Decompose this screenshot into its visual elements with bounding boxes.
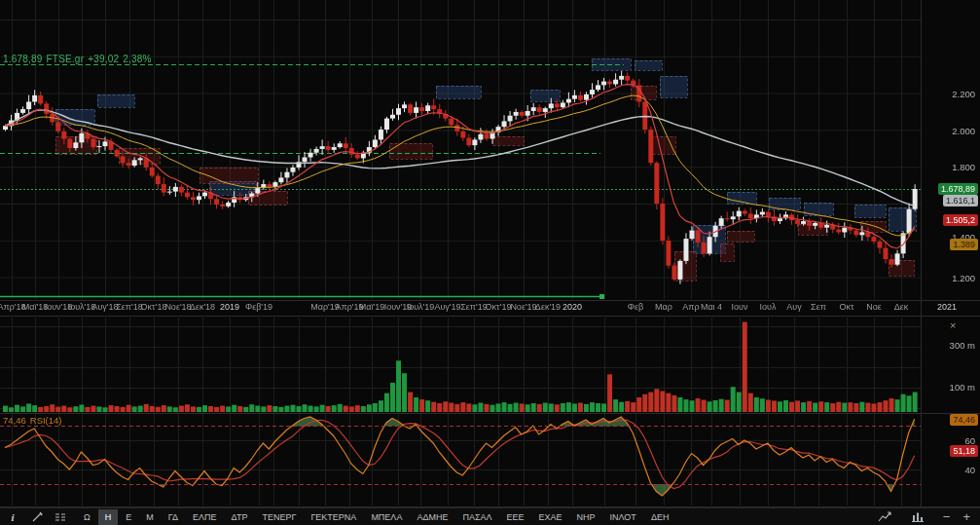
ticker-button-Μ[interactable]: Μ bbox=[139, 509, 161, 525]
time-axis-tick: Οκτ'19 bbox=[486, 302, 512, 312]
trend-chart-icon[interactable] bbox=[877, 509, 894, 525]
watchlist-icon[interactable] bbox=[53, 509, 70, 525]
ticker-button-ΕΛΠΕ[interactable]: ΕΛΠΕ bbox=[186, 509, 224, 525]
bottom-toolbar: i ΩΗΕΜΓΔΕΛΠΕΔΤΡΤΕΝΕΡΓΓΕΚΤΕΡΝΑΜΠΕΛΑΑΔΜΗΕΠ… bbox=[0, 507, 980, 525]
zoom-out-button[interactable]: − bbox=[941, 510, 953, 523]
time-axis-tick: Νοε bbox=[866, 302, 882, 312]
time-axis-tick: 2020 bbox=[563, 302, 582, 312]
rsi-badge: 74,46 bbox=[950, 414, 978, 426]
rsi-axis-label: 40 bbox=[964, 465, 975, 475]
symbol-name: FTSE.gr bbox=[47, 54, 85, 64]
time-axis-tick: Ιουν bbox=[732, 302, 748, 312]
ticker-button-ΓΔ[interactable]: ΓΔ bbox=[162, 509, 185, 525]
symbol-last-price: 1.678,89 bbox=[3, 54, 43, 64]
histogram-icon[interactable] bbox=[909, 509, 926, 525]
ticker-button-Η[interactable]: Η bbox=[98, 509, 119, 525]
chart-zoom-controls: − + bbox=[877, 509, 980, 525]
time-axis[interactable]: Απρ'18Μαϊ'18Ιουν'18Ιουλ'18Αυγ'18Σεπ'18Οκ… bbox=[0, 300, 980, 317]
ticker-button-ΑΔΜΗΕ[interactable]: ΑΔΜΗΕ bbox=[410, 509, 454, 525]
rsi-name: RSI(14) bbox=[30, 415, 62, 426]
time-axis-tick: Απρ bbox=[682, 302, 699, 312]
zoom-in-button[interactable]: + bbox=[961, 510, 972, 523]
symbol-change: +39,02 bbox=[88, 54, 119, 64]
ticker-button-Ε[interactable]: Ε bbox=[119, 509, 138, 525]
time-axis-tick: Φεβ'19 bbox=[245, 302, 272, 312]
time-axis-tick: Νοε'19 bbox=[510, 302, 536, 312]
rsi-value: 74,46 bbox=[3, 415, 26, 426]
price-badge: 1.616,1 bbox=[943, 195, 978, 206]
price-badge: 1.678,89 bbox=[938, 183, 978, 195]
info-icon[interactable]: i bbox=[4, 509, 21, 525]
time-axis-tick: Σεπ'19 bbox=[460, 302, 488, 312]
time-axis-tick: Δεκ bbox=[894, 302, 909, 312]
time-axis-tick: Μαϊ'19 bbox=[359, 302, 384, 312]
ticker-button-ΓΕΚΤΕΡΝΑ[interactable]: ΓΕΚΤΕΡΝΑ bbox=[304, 509, 363, 525]
time-axis-tick: Οκτ'18 bbox=[141, 302, 167, 312]
rsi-indicator-label: 74,46RSI(14) bbox=[3, 415, 66, 426]
time-axis-tick: Νοε'18 bbox=[164, 302, 191, 312]
time-axis-tick: Σεπ'18 bbox=[116, 302, 143, 312]
price-badge: 1.505,2 bbox=[943, 214, 978, 226]
ticker-button-ΤΕΝΕΡΓ[interactable]: ΤΕΝΕΡΓ bbox=[255, 509, 303, 525]
price-axis-label: 2.200 bbox=[952, 89, 975, 99]
time-axis-tick: Μαρ bbox=[655, 302, 672, 312]
ticker-button-Ω[interactable]: Ω bbox=[77, 509, 97, 525]
rsi-axis[interactable]: 604074,4651,18 bbox=[922, 414, 980, 506]
volume-axis-label: 300 m bbox=[950, 340, 975, 351]
ticker-button-ΕΕΕ[interactable]: ΕΕΕ bbox=[500, 509, 531, 525]
time-axis-tick: Αυγ bbox=[786, 302, 801, 312]
ticker-button-ΔΤΡ[interactable]: ΔΤΡ bbox=[224, 509, 254, 525]
price-axis-label: 1.200 bbox=[952, 273, 975, 283]
ticker-button-ΝΗΡ[interactable]: ΝΗΡ bbox=[570, 509, 602, 525]
price-badge: 1.389 bbox=[950, 239, 978, 250]
time-axis-tick: Οκτ bbox=[839, 302, 853, 312]
time-axis-tick: Αυγ'19 bbox=[434, 302, 460, 312]
price-axis-label: 2.000 bbox=[952, 126, 975, 136]
draw-pencil-icon[interactable] bbox=[28, 509, 46, 525]
ticker-button-ΕΧΑΕ[interactable]: ΕΧΑΕ bbox=[532, 509, 569, 525]
time-axis-tick: Ιουλ'19 bbox=[407, 302, 435, 312]
ticker-button-ΔΕΗ[interactable]: ΔΕΗ bbox=[644, 509, 676, 525]
time-axis-tick: 2021 bbox=[937, 302, 957, 312]
time-axis-tick: 2019 bbox=[220, 302, 239, 312]
time-axis-tick: Δεκ'19 bbox=[535, 302, 561, 312]
ticker-button-row: ΩΗΕΜΓΔΕΛΠΕΔΤΡΤΕΝΕΡΓΓΕΚΤΕΡΝΑΜΠΕΛΑΑΔΜΗΕΠΑΣ… bbox=[77, 509, 675, 525]
symbol-change-pct: 2,38% bbox=[123, 54, 151, 64]
price-axis-label: 1.800 bbox=[952, 162, 975, 172]
volume-axis-label: 100 m bbox=[950, 382, 975, 393]
time-axis-tick: Δεκ'18 bbox=[190, 302, 215, 312]
chart-app: 1.678,89FTSE.gr+39,022,38% 74,46RSI(14) … bbox=[0, 0, 980, 525]
price-axis[interactable]: 2.2002.0001.8001.4001.2001.678,891.616,1… bbox=[922, 0, 980, 300]
time-axis-tick: Αυγ'18 bbox=[91, 302, 118, 312]
time-axis-tick: Ιουλ bbox=[760, 302, 777, 312]
time-axis-tick: Φεβ bbox=[628, 302, 643, 312]
rsi-badge: 51,18 bbox=[950, 445, 978, 457]
ticker-button-ΜΠΕΛΑ[interactable]: ΜΠΕΛΑ bbox=[364, 509, 409, 525]
time-axis-tick: Μαι 4 bbox=[701, 302, 722, 312]
ticker-button-ΙΝΛΟΤ[interactable]: ΙΝΛΟΤ bbox=[603, 509, 643, 525]
ticker-button-ΠΑΣΑΛ[interactable]: ΠΑΣΑΛ bbox=[455, 509, 498, 525]
volume-axis[interactable]: 300 m100 m bbox=[922, 318, 980, 413]
time-axis-tick: Σεπ bbox=[811, 302, 826, 312]
chart-canvas[interactable] bbox=[0, 0, 980, 525]
volume-close-button[interactable]: × bbox=[950, 319, 956, 331]
symbol-info: 1.678,89FTSE.gr+39,022,38% bbox=[3, 54, 156, 64]
